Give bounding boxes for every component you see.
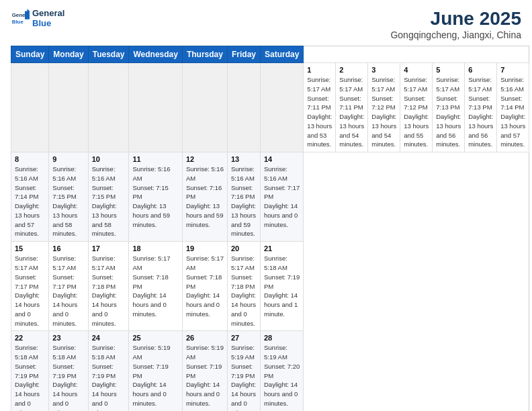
- day-number: 16: [52, 244, 84, 253]
- day-cell-11: 11Sunrise: 5:16 AMSunset: 7:15 PMDayligh…: [129, 152, 182, 242]
- day-info: Sunrise: 5:16 AMSunset: 7:16 PMDaylight:…: [186, 165, 224, 229]
- day-number: 13: [231, 155, 257, 163]
- day-info: Sunrise: 5:17 AMSunset: 7:12 PMDaylight:…: [404, 75, 429, 149]
- day-number: 28: [264, 334, 300, 342]
- empty-cell: [260, 63, 303, 152]
- day-info: Sunrise: 5:17 AMSunset: 7:18 PMDaylight:…: [231, 254, 257, 328]
- calendar-week-4: 22Sunrise: 5:18 AMSunset: 7:19 PMDayligh…: [11, 331, 529, 411]
- day-number: 2: [339, 66, 364, 74]
- day-number: 15: [15, 244, 45, 253]
- weekday-header-sunday: Sunday: [11, 46, 49, 63]
- day-info: Sunrise: 5:18 AMSunset: 7:19 PMDaylight:…: [92, 343, 126, 411]
- empty-cell: [227, 63, 260, 152]
- day-number: 7: [500, 66, 525, 74]
- day-info: Sunrise: 5:17 AMSunset: 7:18 PMDaylight:…: [186, 254, 224, 318]
- day-cell-28: 28Sunrise: 5:19 AMSunset: 7:20 PMDayligh…: [260, 331, 303, 411]
- header: General Blue General Blue June 2025 Gong…: [11, 8, 521, 40]
- day-number: 6: [468, 66, 493, 74]
- weekday-header-row: SundayMondayTuesdayWednesdayThursdayFrid…: [11, 46, 529, 63]
- day-number: 20: [231, 244, 257, 253]
- weekday-header-saturday: Saturday: [260, 46, 303, 63]
- day-number: 22: [15, 334, 45, 342]
- empty-cell: [88, 63, 129, 152]
- day-number: 25: [132, 334, 178, 342]
- subtitle: Gongqingcheng, Jiangxi, China: [390, 30, 521, 40]
- calendar-table: SundayMondayTuesdayWednesdayThursdayFrid…: [11, 46, 529, 411]
- day-cell-6: 6Sunrise: 5:17 AMSunset: 7:13 PMDaylight…: [465, 63, 497, 152]
- day-info: Sunrise: 5:19 AMSunset: 7:19 PMDaylight:…: [132, 343, 178, 408]
- logo: General Blue General Blue: [11, 8, 64, 28]
- day-cell-5: 5Sunrise: 5:17 AMSunset: 7:13 PMDaylight…: [433, 63, 465, 152]
- day-number: 21: [264, 244, 300, 253]
- day-info: Sunrise: 5:16 AMSunset: 7:15 PMDaylight:…: [92, 165, 126, 238]
- weekday-header-tuesday: Tuesday: [88, 46, 129, 63]
- day-info: Sunrise: 5:16 AMSunset: 7:15 PMDaylight:…: [52, 165, 84, 238]
- day-info: Sunrise: 5:19 AMSunset: 7:19 PMDaylight:…: [186, 343, 224, 408]
- day-info: Sunrise: 5:16 AMSunset: 7:17 PMDaylight:…: [264, 165, 300, 229]
- day-number: 3: [371, 66, 396, 74]
- day-cell-7: 7Sunrise: 5:16 AMSunset: 7:14 PMDaylight…: [497, 63, 529, 152]
- day-cell-10: 10Sunrise: 5:16 AMSunset: 7:15 PMDayligh…: [88, 152, 129, 242]
- day-number: 5: [436, 66, 461, 74]
- logo-icon: General Blue: [11, 9, 30, 28]
- day-cell-16: 16Sunrise: 5:17 AMSunset: 7:17 PMDayligh…: [49, 242, 88, 331]
- calendar-page: General Blue General Blue June 2025 Gong…: [0, 0, 532, 411]
- day-number: 14: [264, 155, 300, 163]
- day-number: 27: [231, 334, 257, 342]
- title-block: June 2025 Gongqingcheng, Jiangxi, China: [390, 8, 521, 40]
- day-info: Sunrise: 5:18 AMSunset: 7:19 PMDaylight:…: [15, 343, 45, 411]
- day-number: 17: [92, 244, 126, 253]
- day-cell-1: 1Sunrise: 5:17 AMSunset: 7:11 PMDaylight…: [304, 63, 336, 152]
- day-cell-2: 2Sunrise: 5:17 AMSunset: 7:11 PMDaylight…: [336, 63, 368, 152]
- day-cell-14: 14Sunrise: 5:16 AMSunset: 7:17 PMDayligh…: [260, 152, 303, 242]
- day-number: 10: [92, 155, 126, 163]
- day-number: 9: [52, 155, 84, 163]
- day-cell-8: 8Sunrise: 5:16 AMSunset: 7:14 PMDaylight…: [11, 152, 49, 242]
- day-info: Sunrise: 5:17 AMSunset: 7:18 PMDaylight:…: [132, 254, 178, 318]
- day-cell-3: 3Sunrise: 5:17 AMSunset: 7:12 PMDaylight…: [368, 63, 400, 152]
- day-info: Sunrise: 5:17 AMSunset: 7:13 PMDaylight:…: [436, 75, 461, 149]
- svg-text:Blue: Blue: [12, 19, 24, 25]
- day-info: Sunrise: 5:16 AMSunset: 7:15 PMDaylight:…: [132, 165, 178, 229]
- day-number: 12: [186, 155, 224, 163]
- empty-cell: [11, 63, 49, 152]
- day-info: Sunrise: 5:19 AMSunset: 7:19 PMDaylight:…: [231, 343, 257, 411]
- day-cell-24: 24Sunrise: 5:18 AMSunset: 7:19 PMDayligh…: [88, 331, 129, 411]
- day-cell-15: 15Sunrise: 5:17 AMSunset: 7:17 PMDayligh…: [11, 242, 49, 331]
- day-number: 8: [15, 155, 45, 163]
- weekday-header-monday: Monday: [49, 46, 88, 63]
- empty-cell: [49, 63, 88, 152]
- logo-text: General Blue: [32, 8, 64, 28]
- empty-cell: [129, 63, 182, 152]
- day-cell-13: 13Sunrise: 5:16 AMSunset: 7:16 PMDayligh…: [227, 152, 260, 242]
- day-cell-12: 12Sunrise: 5:16 AMSunset: 7:16 PMDayligh…: [182, 152, 227, 242]
- main-title: June 2025: [390, 8, 521, 30]
- day-info: Sunrise: 5:19 AMSunset: 7:20 PMDaylight:…: [264, 343, 300, 408]
- day-number: 26: [186, 334, 224, 342]
- day-number: 11: [132, 155, 178, 163]
- empty-cell: [182, 63, 227, 152]
- calendar-week-3: 15Sunrise: 5:17 AMSunset: 7:17 PMDayligh…: [11, 242, 529, 331]
- day-info: Sunrise: 5:17 AMSunset: 7:17 PMDaylight:…: [15, 254, 45, 328]
- day-info: Sunrise: 5:17 AMSunset: 7:11 PMDaylight:…: [307, 75, 332, 149]
- weekday-header-thursday: Thursday: [182, 46, 227, 63]
- day-info: Sunrise: 5:17 AMSunset: 7:11 PMDaylight:…: [339, 75, 364, 149]
- weekday-header-wednesday: Wednesday: [129, 46, 182, 63]
- day-cell-4: 4Sunrise: 5:17 AMSunset: 7:12 PMDaylight…: [400, 63, 433, 152]
- day-info: Sunrise: 5:18 AMSunset: 7:19 PMDaylight:…: [52, 343, 84, 411]
- day-info: Sunrise: 5:17 AMSunset: 7:12 PMDaylight:…: [371, 75, 396, 149]
- day-cell-20: 20Sunrise: 5:17 AMSunset: 7:18 PMDayligh…: [227, 242, 260, 331]
- calendar-week-2: 8Sunrise: 5:16 AMSunset: 7:14 PMDaylight…: [11, 152, 529, 242]
- day-cell-25: 25Sunrise: 5:19 AMSunset: 7:19 PMDayligh…: [129, 331, 182, 411]
- day-cell-27: 27Sunrise: 5:19 AMSunset: 7:19 PMDayligh…: [227, 331, 260, 411]
- weekday-header-friday: Friday: [227, 46, 260, 63]
- day-number: 24: [92, 334, 126, 342]
- day-cell-9: 9Sunrise: 5:16 AMSunset: 7:15 PMDaylight…: [49, 152, 88, 242]
- day-number: 4: [404, 66, 429, 74]
- day-cell-23: 23Sunrise: 5:18 AMSunset: 7:19 PMDayligh…: [49, 331, 88, 411]
- day-info: Sunrise: 5:17 AMSunset: 7:17 PMDaylight:…: [52, 254, 84, 328]
- day-info: Sunrise: 5:16 AMSunset: 7:14 PMDaylight:…: [500, 75, 525, 149]
- day-cell-18: 18Sunrise: 5:17 AMSunset: 7:18 PMDayligh…: [129, 242, 182, 331]
- calendar-week-1: 1Sunrise: 5:17 AMSunset: 7:11 PMDaylight…: [11, 63, 529, 152]
- day-info: Sunrise: 5:16 AMSunset: 7:14 PMDaylight:…: [15, 165, 45, 238]
